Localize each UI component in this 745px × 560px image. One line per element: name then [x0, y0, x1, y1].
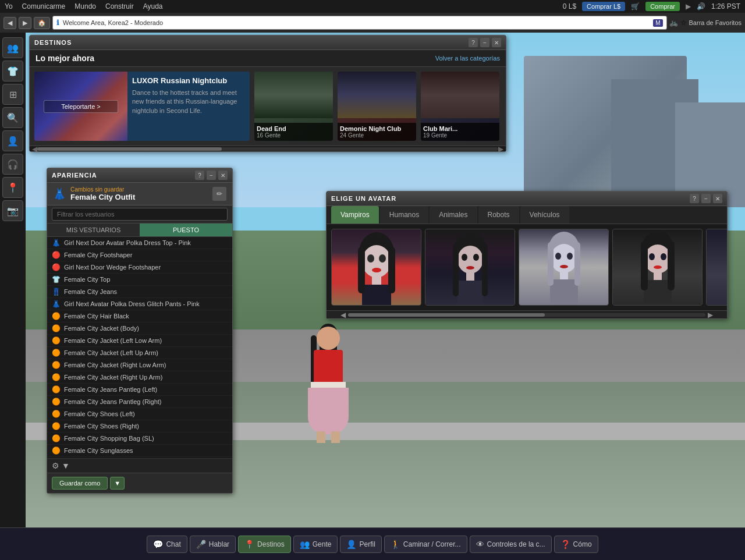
tab-puesto[interactable]: PUESTO — [140, 224, 232, 236]
list-item[interactable]: 🟠 Female City Sunglasses — [47, 445, 232, 457]
menu-comunicarme[interactable]: Comunicarme — [22, 2, 66, 10]
sidebar-grid-icon[interactable]: ⊞ — [2, 84, 23, 105]
tab-mis-vestuarios[interactable]: MIS VESTUARIOS — [47, 224, 140, 236]
item-icon: 👕 — [52, 275, 61, 283]
taskbar-chat-button[interactable]: 💬 Chat — [147, 536, 187, 553]
menu-construir[interactable]: Construir — [105, 2, 134, 10]
sidebar-search-icon[interactable]: 🔍 — [2, 107, 23, 128]
destinos-help-button[interactable]: ? — [469, 38, 478, 47]
avatar-scroll-left[interactable]: ◀ — [340, 311, 346, 319]
search-input[interactable] — [52, 208, 228, 221]
hablar-label: Hablar — [209, 540, 229, 548]
star-icon[interactable]: ☆ — [680, 19, 687, 27]
list-item[interactable]: 🟠 Female City Jacket (Right Low Arm) — [47, 359, 232, 371]
list-item[interactable]: 🟠 Female City Hair Black — [47, 310, 232, 322]
item-icon: 👗 — [52, 300, 61, 308]
list-item[interactable]: 🔴 Female City Footshaper — [47, 249, 232, 261]
address-bar[interactable]: ℹ Welcome Area, Korea2 - Moderado M — [52, 16, 667, 30]
scroll-left-arrow[interactable]: ◀ — [32, 145, 37, 153]
home-button[interactable]: 🏠 — [34, 17, 50, 29]
apariencia-window: APARIENCIA ? − ✕ 👗 Cambios sin guardar F… — [47, 168, 233, 494]
item-icon: 🔴 — [52, 263, 61, 271]
list-item[interactable]: 🟠 Female City Jacket (Right Up Arm) — [47, 371, 232, 384]
sidebar-people-icon[interactable]: 👥 — [2, 37, 23, 58]
item-icon: 🟠 — [52, 422, 61, 430]
list-item[interactable]: 🟠 Female City Jeans Pantleg (Right) — [47, 396, 232, 408]
apariencia-help-button[interactable]: ? — [195, 171, 204, 180]
buy-button[interactable]: Comprar — [645, 2, 680, 11]
save-as-button[interactable]: Guardar como — [52, 477, 108, 490]
taskbar-controles-button[interactable]: 👁 Controles de la c... — [470, 536, 552, 553]
svg-rect-24 — [550, 279, 578, 305]
back-to-categories-link[interactable]: Volver a las categorías — [435, 55, 500, 62]
taskbar-perfil-button[interactable]: 👤 Perfil — [340, 536, 381, 553]
destinos-minimize-button[interactable]: − — [480, 38, 489, 47]
list-item[interactable]: 🟠 Female City Jacket (Left Up Arm) — [47, 347, 232, 359]
item-icon: 🟠 — [52, 349, 61, 357]
tab-vehiculos[interactable]: Vehículos — [520, 206, 569, 224]
avatar-scroll-right[interactable]: ▶ — [708, 311, 713, 319]
taskbar-destinos-button[interactable]: 📍 Destinos — [238, 536, 291, 553]
list-item[interactable]: 🟠 Female City Jeans Pantleg (Left) — [47, 384, 232, 396]
avatar-card-2[interactable] — [425, 229, 515, 306]
list-item[interactable]: 👗 Girl Next Avatar Polka Dress Glitch Pa… — [47, 298, 232, 310]
avatar-card-5[interactable] — [706, 229, 727, 306]
dest-card-dead-end[interactable]: Dead End 16 Gente — [254, 72, 333, 141]
apariencia-header: 👗 Cambios sin guardar Female City Outfit… — [47, 183, 232, 205]
gear-button[interactable]: ⚙ ▼ — [52, 461, 70, 470]
dest-card-club-mari[interactable]: Club Mari... 19 Gente — [421, 72, 499, 141]
dest-card-demonic[interactable]: Demonic Night Club 24 Gente — [338, 72, 416, 141]
tab-vampiros[interactable]: Vampiros — [331, 206, 379, 224]
menu-ayuda[interactable]: Ayuda — [143, 2, 163, 10]
buy-lindens-button[interactable]: Comprar L$ — [582, 2, 625, 11]
taskbar-gente-button[interactable]: 👥 Gente — [293, 536, 338, 553]
forward-button[interactable]: ▶ — [19, 17, 31, 29]
avatar-card-1[interactable] — [331, 229, 421, 306]
scroll-right-arrow[interactable]: ▶ — [498, 145, 503, 153]
apariencia-minimize-button[interactable]: − — [207, 171, 216, 180]
sidebar-shirt-icon[interactable]: 👕 — [2, 61, 23, 81]
tab-humanos[interactable]: Humanos — [380, 206, 428, 224]
avatar-card-3[interactable] — [519, 229, 609, 306]
destinos-scrollbar[interactable]: ◀ ▶ — [30, 146, 506, 151]
destinos-close-button[interactable]: ✕ — [492, 38, 501, 47]
list-item[interactable]: 🟠 Female City Shoes (Right) — [47, 420, 232, 433]
tab-robots[interactable]: Robots — [478, 206, 519, 224]
apariencia-close-button[interactable]: ✕ — [218, 171, 228, 180]
svg-rect-7 — [358, 247, 365, 293]
controles-label: Controles de la c... — [487, 540, 545, 548]
sidebar-location-icon[interactable]: 📍 — [2, 177, 23, 198]
taskbar-como-button[interactable]: ❓ Cómo — [554, 536, 598, 553]
avatar-minimize-button[interactable]: − — [701, 194, 711, 203]
list-item[interactable]: 🟠 Female City Jacket (Left Low Arm) — [47, 335, 232, 347]
avatar-window: ELIGE UN AVATAR ? − ✕ Vampiros Humanos A… — [326, 191, 728, 319]
edit-outfit-button[interactable]: ✏ — [212, 187, 226, 201]
teleport-button[interactable]: Teleportarte > — [44, 100, 118, 113]
list-item[interactable]: 👖 Female City Jeans — [47, 286, 232, 298]
avatar-card-4[interactable] — [612, 229, 703, 306]
menu-mundo[interactable]: Mundo — [74, 2, 96, 10]
list-item[interactable]: 🔴 Girl Next Door Wedge Footshaper — [47, 261, 232, 274]
tab-animales[interactable]: Animales — [430, 206, 477, 224]
sidebar-person-icon[interactable]: 👤 — [2, 130, 23, 151]
back-button[interactable]: ◀ — [3, 17, 16, 29]
list-item[interactable]: 🟠 Female City Shopping Bag (SL) — [47, 433, 232, 445]
avatar-help-button[interactable]: ? — [690, 194, 699, 203]
sidebar-camera-icon[interactable]: 📷 — [2, 200, 23, 221]
caminar-label: Caminar / Correr... — [403, 540, 461, 548]
favorites-bar: Barra de Favoritos — [689, 19, 742, 26]
menu-yo[interactable]: Yo — [5, 2, 13, 10]
list-item[interactable]: 👕 Female City Top — [47, 274, 232, 286]
avatar-close-button[interactable]: ✕ — [713, 194, 722, 203]
top-menu-bar: Yo Comunicarme Mundo Construir Ayuda 0 L… — [0, 0, 745, 13]
taskbar-hablar-button[interactable]: 🎤 Hablar — [190, 536, 236, 553]
taskbar-caminar-button[interactable]: 🚶 Caminar / Correr... — [384, 536, 467, 553]
list-item[interactable]: 🟠 Female City Jacket (Body) — [47, 322, 232, 335]
sidebar-headphones-icon[interactable]: 🎧 — [2, 154, 23, 175]
item-icon: 🔴 — [52, 251, 61, 259]
chat-label: Chat — [166, 540, 180, 548]
svg-point-12 — [473, 254, 479, 261]
list-item[interactable]: 🟠 Female City Shoes (Left) — [47, 408, 232, 420]
save-dropdown-button[interactable]: ▼ — [110, 477, 125, 490]
list-item[interactable]: 👗 Girl Next Door Avatar Polka Dress Top … — [47, 237, 232, 249]
